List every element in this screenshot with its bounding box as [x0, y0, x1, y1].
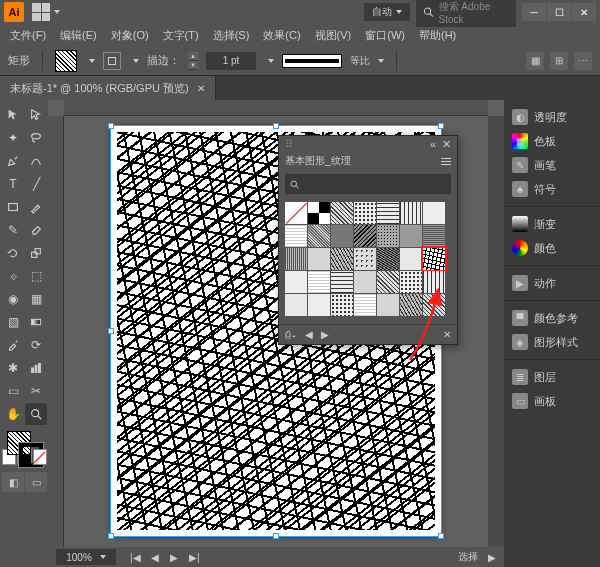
library-menu-icon[interactable]: ⎙▾: [285, 329, 297, 340]
prev-artboard-icon[interactable]: ◀: [147, 552, 163, 563]
screen-mode-icon[interactable]: ▭: [25, 472, 47, 492]
selection-handle[interactable]: [273, 123, 279, 129]
eyedropper-tool[interactable]: [2, 334, 24, 356]
scale-tool[interactable]: [25, 242, 47, 264]
shape-builder-tool[interactable]: ◉: [2, 288, 24, 310]
line-tool[interactable]: ╱: [25, 173, 47, 195]
selection-handle[interactable]: [108, 123, 114, 129]
selection-tool[interactable]: [2, 104, 24, 126]
swatch-pattern-selected[interactable]: [423, 248, 445, 270]
width-tool[interactable]: ⟐: [2, 265, 24, 287]
grip-icon[interactable]: ⠿: [285, 138, 293, 151]
ruler-horizontal[interactable]: [64, 100, 488, 116]
zoom-dropdown[interactable]: 100%: [56, 549, 116, 565]
free-transform-tool[interactable]: ⬚: [25, 265, 47, 287]
menu-select[interactable]: 选择(S): [207, 26, 256, 45]
swatch-pattern[interactable]: [331, 202, 353, 224]
panel-menu-icon[interactable]: [441, 158, 451, 165]
selection-handle[interactable]: [438, 533, 444, 539]
swatch-pattern[interactable]: [423, 202, 445, 224]
swatch-none[interactable]: [285, 202, 307, 224]
none-swatch[interactable]: [33, 449, 47, 465]
swatch-pattern[interactable]: [285, 271, 307, 293]
zoom-tool[interactable]: [25, 403, 47, 425]
swatch-pattern[interactable]: [285, 294, 307, 316]
menu-file[interactable]: 文件(F): [4, 26, 52, 45]
swatch-pattern[interactable]: [354, 248, 376, 270]
prev-library-icon[interactable]: ◀: [305, 329, 313, 340]
next-library-icon[interactable]: ▶: [321, 329, 329, 340]
swatch-pattern[interactable]: [308, 271, 330, 293]
swatch-pattern[interactable]: [377, 202, 399, 224]
swatch-pattern[interactable]: [285, 248, 307, 270]
workspace-switcher-icon[interactable]: [32, 3, 50, 21]
swatch-registration[interactable]: [308, 202, 330, 224]
panel-artboards[interactable]: ▭画板: [504, 390, 600, 412]
type-tool[interactable]: T: [2, 173, 24, 195]
close-panel-icon[interactable]: ✕: [442, 138, 451, 151]
selection-handle[interactable]: [273, 533, 279, 539]
chevron-down-icon[interactable]: [133, 59, 139, 63]
close-tab-icon[interactable]: ✕: [197, 83, 205, 94]
swatch-pattern[interactable]: [308, 248, 330, 270]
blend-tool[interactable]: ⟳: [25, 334, 47, 356]
paintbrush-tool[interactable]: [25, 196, 47, 218]
panel-transparency[interactable]: ◐透明度: [504, 106, 600, 128]
swatch-pattern[interactable]: [285, 225, 307, 247]
menu-type[interactable]: 文字(T): [157, 26, 205, 45]
slice-tool[interactable]: ✂: [25, 380, 47, 402]
stroke-swatch[interactable]: [103, 52, 121, 70]
fill-swatch[interactable]: [55, 50, 77, 72]
swatch-pattern[interactable]: [377, 225, 399, 247]
perspective-grid-tool[interactable]: ▦: [25, 288, 47, 310]
maximize-button[interactable]: ☐: [547, 3, 571, 21]
panel-color-guide[interactable]: ▀颜色参考: [504, 307, 600, 329]
chevron-down-icon[interactable]: [268, 59, 274, 63]
search-stock-input[interactable]: 搜索 Adobe Stock: [416, 0, 516, 27]
next-artboard-icon[interactable]: ▶: [166, 552, 182, 563]
rotate-tool[interactable]: [2, 242, 24, 264]
panel-layers[interactable]: ≣图层: [504, 366, 600, 388]
delete-swatch-icon[interactable]: ✕: [443, 329, 451, 340]
chevron-down-icon[interactable]: [89, 59, 95, 63]
swatch-pattern[interactable]: [400, 202, 422, 224]
scrollbar-vertical[interactable]: [488, 116, 504, 551]
swatch-pattern[interactable]: [423, 294, 445, 316]
swatch-search-input[interactable]: [285, 174, 451, 194]
menu-help[interactable]: 帮助(H): [413, 26, 462, 45]
collapse-icon[interactable]: «: [430, 138, 436, 150]
curvature-tool[interactable]: [25, 150, 47, 172]
swatch-pattern[interactable]: [354, 271, 376, 293]
eraser-tool[interactable]: [25, 219, 47, 241]
swatch-pattern[interactable]: [423, 271, 445, 293]
menu-effect[interactable]: 效果(C): [257, 26, 306, 45]
rectangle-tool[interactable]: [2, 196, 24, 218]
selection-handle[interactable]: [108, 328, 114, 334]
swatch-pattern[interactable]: [308, 294, 330, 316]
menu-window[interactable]: 窗口(W): [359, 26, 411, 45]
pen-tool[interactable]: [2, 150, 24, 172]
shaper-tool[interactable]: ✎: [2, 219, 24, 241]
panel-symbols[interactable]: ♣符号: [504, 178, 600, 200]
stroke-profile-preview[interactable]: [282, 54, 342, 68]
panel-gradient[interactable]: 渐变: [504, 213, 600, 235]
transform-icon[interactable]: ⊞: [550, 52, 568, 70]
stroke-weight-input[interactable]: 1 pt: [206, 52, 256, 70]
artboard-tool[interactable]: ▭: [2, 380, 24, 402]
menu-edit[interactable]: 编辑(E): [54, 26, 103, 45]
selection-handle[interactable]: [438, 123, 444, 129]
column-graph-tool[interactable]: [25, 357, 47, 379]
panel-swatches[interactable]: ▦色板: [504, 130, 600, 152]
last-artboard-icon[interactable]: ▶|: [185, 552, 204, 563]
swatch-pattern[interactable]: [308, 225, 330, 247]
menu-object[interactable]: 对象(O): [105, 26, 155, 45]
selection-handle[interactable]: [108, 533, 114, 539]
swatch-pattern[interactable]: [400, 294, 422, 316]
swatch-pattern[interactable]: [377, 248, 399, 270]
panel-color[interactable]: 颜色: [504, 237, 600, 259]
symbol-sprayer-tool[interactable]: ✱: [2, 357, 24, 379]
direct-selection-tool[interactable]: [25, 104, 47, 126]
swatch-pattern[interactable]: [331, 271, 353, 293]
panel-brushes[interactable]: ✎画笔: [504, 154, 600, 176]
swatch-pattern[interactable]: [331, 248, 353, 270]
